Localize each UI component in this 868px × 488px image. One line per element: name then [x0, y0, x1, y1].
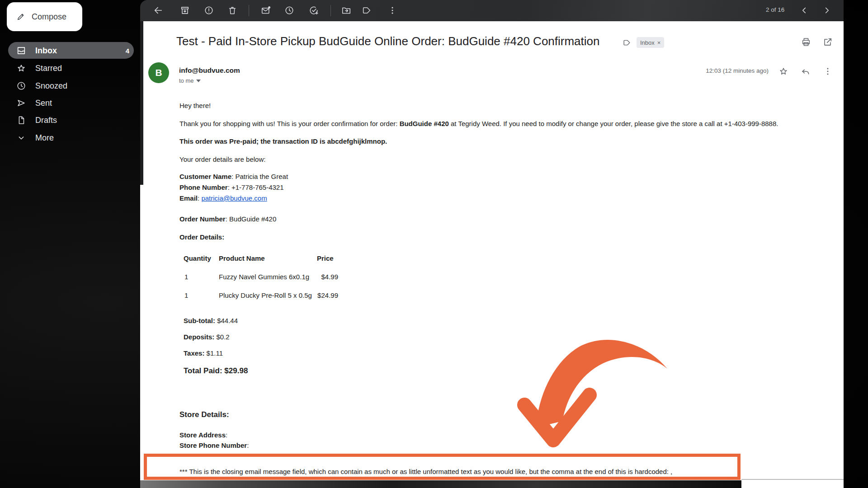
send-icon	[16, 98, 26, 108]
scrollbar[interactable]	[140, 21, 143, 185]
taxes-line: Taxes: $1.11	[184, 348, 223, 359]
email-subject: Test - Paid In-Store Pickup BudGuide Onl…	[176, 34, 600, 48]
chevron-down-icon	[16, 133, 26, 143]
recipient-label: to me	[179, 77, 194, 84]
toolbar-divider	[330, 5, 331, 16]
compose-button[interactable]: Compose	[7, 2, 82, 31]
row-qty: 1	[184, 272, 188, 282]
sidebar-item-inbox[interactable]: Inbox 4	[0, 42, 140, 59]
closing-message-text: *** This is the closing email message fi…	[179, 466, 672, 477]
prepaid-text: This order was Pre-paid; the transaction…	[179, 136, 387, 147]
email-timestamp: 12:03 (12 minutes ago)	[656, 67, 769, 74]
more-options-icon[interactable]	[387, 5, 397, 15]
sidebar-item-drafts[interactable]: Drafts	[0, 112, 140, 129]
toolbar-divider	[249, 5, 249, 16]
email-line: Email: patricia@budvue.com	[179, 193, 267, 204]
message-menu-icon[interactable]	[823, 66, 833, 76]
order-ref: BudGuide #420	[400, 120, 449, 127]
report-spam-icon[interactable]	[204, 5, 214, 15]
chip-label: Inbox	[640, 39, 655, 46]
delete-icon[interactable]	[227, 5, 237, 15]
annotation-arrow	[510, 328, 693, 464]
sidebar-item-label: Sent	[35, 99, 52, 108]
row-product: Fuzzy Navel Gummies 6x0.1g	[219, 272, 309, 282]
col-header-quantity: Quantity	[184, 253, 211, 264]
subject-label-icon[interactable]	[623, 38, 631, 47]
sidebar-item-label: Snoozed	[35, 81, 67, 91]
row-price: $24.99	[298, 290, 338, 301]
recipient-row[interactable]: to me	[179, 77, 201, 84]
avatar-initial: B	[155, 67, 162, 78]
mark-unread-icon[interactable]	[261, 5, 271, 15]
sidebar-item-label: Inbox	[35, 46, 57, 56]
sender-avatar[interactable]: B	[148, 62, 169, 83]
recipient-caret-icon	[196, 80, 201, 82]
inbox-label-chip[interactable]: Inbox ×	[637, 37, 664, 48]
snooze-icon[interactable]	[284, 5, 294, 15]
compose-label: Compose	[32, 12, 66, 22]
star-icon	[16, 63, 26, 73]
total-paid-line: Total Paid: $29.98	[184, 366, 248, 376]
details-intro-text: Your order details are below:	[179, 154, 265, 165]
sidebar-item-label: Drafts	[35, 116, 57, 125]
older-chevron-icon[interactable]	[822, 5, 832, 15]
thanks-paragraph: Thank you for shopping with us! This is …	[179, 118, 778, 129]
newer-chevron-icon[interactable]	[799, 5, 809, 15]
archive-icon[interactable]	[180, 5, 190, 15]
inbox-icon	[16, 46, 26, 56]
sidebar-item-label: Starred	[35, 64, 62, 73]
inbox-unread-count: 4	[114, 47, 129, 55]
sidebar-item-label: More	[35, 133, 54, 143]
label-icon[interactable]	[362, 5, 372, 15]
order-number-line: Order Number: BudGuide #420	[179, 214, 276, 225]
subtotal-line: Sub-total: $44.44	[184, 315, 238, 326]
wallpaper-strip	[140, 480, 741, 488]
greeting-text: Hey there!	[179, 100, 211, 111]
sidebar-item-starred[interactable]: Starred	[0, 60, 140, 77]
file-icon	[16, 115, 26, 125]
mail-toolbar: 2 of 16	[140, 0, 844, 21]
sidebar-item-snoozed[interactable]: Snoozed	[0, 77, 140, 94]
store-phone-line: Store Phone Number:	[179, 440, 249, 451]
add-to-tasks-icon[interactable]	[309, 5, 319, 15]
sidebar-item-sent[interactable]: Sent	[0, 94, 140, 112]
sender-email: info@budvue.com	[179, 66, 240, 75]
col-header-product: Product Name	[219, 253, 265, 264]
deposits-line: Deposits: $0.2	[184, 332, 230, 343]
col-header-price: Price	[317, 253, 334, 264]
open-in-new-icon[interactable]	[823, 37, 833, 47]
sidebar-item-more[interactable]: More	[0, 129, 140, 146]
store-details-heading: Store Details:	[179, 409, 229, 420]
content-bottom-rule	[741, 479, 844, 480]
row-price: $4.99	[298, 272, 338, 282]
order-details-heading: Order Details:	[179, 232, 224, 243]
move-to-icon[interactable]	[341, 5, 351, 15]
print-icon[interactable]	[801, 37, 811, 47]
pagination-label: 2 of 16	[766, 6, 784, 13]
store-address-line: Store Address:	[179, 430, 227, 441]
customer-email-link[interactable]: patricia@budvue.com	[201, 194, 267, 202]
reply-icon[interactable]	[800, 66, 810, 76]
phone-number-line: Phone Number: +1-778-765-4321	[179, 182, 284, 193]
back-icon[interactable]	[153, 5, 163, 15]
chip-remove-icon[interactable]: ×	[657, 39, 661, 46]
pencil-icon	[16, 12, 25, 21]
customer-name-line: Customer Name: Patricia the Great	[179, 171, 288, 182]
row-qty: 1	[184, 290, 188, 301]
star-message-icon[interactable]	[778, 66, 788, 76]
clock-icon	[16, 81, 26, 91]
gmail-screen: Compose Inbox 4 Starred Snoozed	[0, 0, 868, 488]
